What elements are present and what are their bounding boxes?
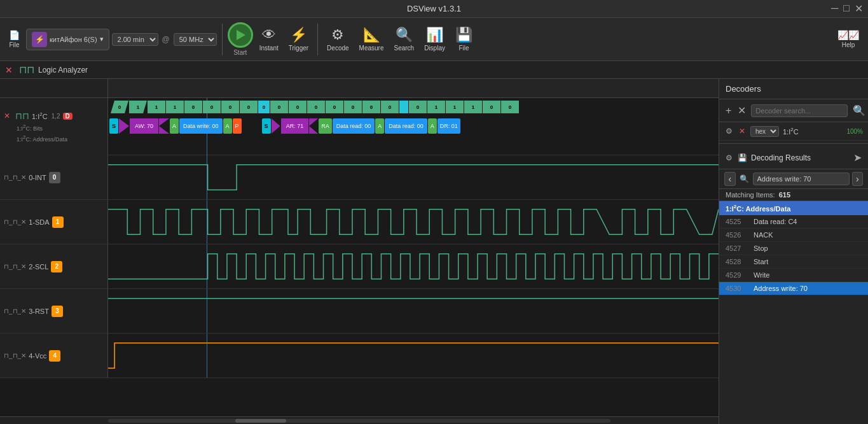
la-close-btn[interactable]: ✕ xyxy=(5,65,13,75)
sda-badge: 1 xyxy=(52,216,64,228)
decoder-settings-btn[interactable]: ⚙ xyxy=(724,125,734,137)
measure-icon: 📐 xyxy=(363,27,380,43)
results-search-input[interactable] xyxy=(753,173,850,185)
decoder-search-input[interactable] xyxy=(751,104,848,117)
file-menu[interactable]: 📄 File xyxy=(5,27,24,51)
start-section: Start xyxy=(228,22,253,56)
bit-block: 0 xyxy=(240,101,258,113)
nav-prev-btn[interactable]: ‹ xyxy=(724,172,736,186)
divider-1 xyxy=(222,24,223,55)
result-row-4530[interactable]: 4530 Address write: 70 xyxy=(719,282,868,295)
result-num-4528: 4528 xyxy=(726,258,748,265)
at-label: @ xyxy=(162,35,170,44)
result-row-4526[interactable]: 4526 NACK xyxy=(719,229,868,242)
main-area: +96100696.80µs +96100798.40µs +96100900.… xyxy=(0,79,868,424)
bit-block: 0 xyxy=(409,101,427,113)
int-channel-name: 0-INT xyxy=(29,174,46,181)
matching-items-row: Matching Items: 615 xyxy=(719,189,868,201)
measure-button[interactable]: 📐 Measure xyxy=(355,24,388,54)
results-search-icon-btn[interactable]: 🔍 xyxy=(738,173,750,185)
i2c-addr-sublabel: 1:I2C: Address/Data xyxy=(4,134,67,143)
decoders-title: Decoders xyxy=(726,84,761,94)
decoder-search-btn[interactable]: 🔍 xyxy=(851,103,867,118)
help-label: Help xyxy=(842,41,855,48)
decoder-entry: ⚙ ✕ hex dec bin 1:I2C 100% xyxy=(719,122,868,141)
sample-duration-select[interactable]: 2.00 min xyxy=(112,33,158,46)
window-controls[interactable]: ─ □ ✕ xyxy=(831,3,863,15)
packet-aw-right xyxy=(159,118,169,134)
minimize-btn[interactable]: ─ xyxy=(831,3,838,15)
rst-waveform-svg xyxy=(108,289,719,333)
packet-start2: S xyxy=(262,118,271,134)
packet-data1: Data write: 00 xyxy=(179,118,223,134)
horizontal-scrollbar[interactable] xyxy=(0,416,719,424)
la-label: Logic Analyzer xyxy=(38,66,88,74)
sample-controls: 2.00 min @ 50 MHz xyxy=(112,33,217,46)
remove-decoder-btn[interactable]: ✕ xyxy=(736,103,747,118)
scl-channel-name: 2-SCL xyxy=(29,263,48,271)
result-row-4529[interactable]: 4529 Write xyxy=(719,269,868,282)
packet-rack: RA xyxy=(319,118,332,134)
int-wave-indicator: ⊓_⊓_✕ xyxy=(4,174,26,181)
results-settings-btn[interactable]: ⚙ xyxy=(724,152,734,164)
signals-container[interactable]: ✕ ⊓⊓ 1:I2C 1,2 D 1:I2C: Bits 1:I2C: Addr… xyxy=(0,98,719,416)
help-button[interactable]: 📈📈 Help xyxy=(834,27,863,51)
i2c-bits-sublabel: 1:I2C: Bits xyxy=(4,124,43,132)
scrollbar-track[interactable] xyxy=(108,419,610,423)
result-row-4527[interactable]: 4527 Stop xyxy=(719,242,868,255)
decode-button[interactable]: ⚙ Decode xyxy=(323,24,352,54)
scl-signal-row: ⊓_⊓_✕ 2-SCL 2 xyxy=(0,244,719,289)
file-button[interactable]: 💾 File xyxy=(451,24,476,54)
results-send-btn[interactable]: ➤ xyxy=(852,150,863,165)
start-button[interactable] xyxy=(228,22,253,48)
scl-waveform-line xyxy=(108,254,719,279)
packet-ack3: A xyxy=(375,118,384,134)
i2c-close-btn[interactable]: ✕ xyxy=(4,111,10,120)
display-button[interactable]: 📊 Display xyxy=(420,24,449,54)
result-row-4528[interactable]: 4528 Start xyxy=(719,255,868,269)
result-row-4525[interactable]: 4525 Data read: C4 xyxy=(719,215,868,229)
decode-label: Decode xyxy=(327,45,348,52)
result-rows[interactable]: 4525 Data read: C4 4526 NACK 4527 Stop 4… xyxy=(719,215,868,424)
decoder-format-select[interactable]: hex dec bin xyxy=(750,126,779,137)
bit-block: 0 xyxy=(221,101,239,113)
maximize-btn[interactable]: □ xyxy=(843,3,850,15)
instant-button[interactable]: 👁 Instant xyxy=(256,24,282,54)
trigger-label: Trigger xyxy=(289,45,308,52)
panel-divider xyxy=(719,143,868,144)
sda-signal-row: ⊓_⊓_✕ 1-SDA 1 xyxy=(0,200,719,244)
decoder-add-toolbar: + ✕ 🔍 xyxy=(719,99,868,122)
packet-aw: AW: 70 xyxy=(130,118,158,134)
app-title: DSView v1.3.1 xyxy=(407,4,461,13)
file-icon: 📄 xyxy=(9,30,20,40)
bit-block: 0 xyxy=(258,101,270,113)
device-name: китАйфон 6(S) xyxy=(50,36,97,43)
display-icon: 📊 xyxy=(426,27,443,43)
search-button[interactable]: 🔍 Search xyxy=(390,24,418,54)
bit-block: 0 xyxy=(111,101,128,113)
bit-block: 0 xyxy=(289,101,307,113)
decoder-pct: 100% xyxy=(846,128,863,135)
decode-icon: ⚙ xyxy=(331,27,344,43)
scrollbar-thumb[interactable] xyxy=(235,419,286,423)
matching-label: Matching Items: xyxy=(726,191,775,199)
bit-block: 0 xyxy=(184,101,202,113)
bit-block: 1 xyxy=(129,101,147,113)
results-export-btn[interactable]: 💾 xyxy=(736,152,748,164)
i2c-bits-display: 0 1 1 1 0 0 0 0 0 0 0 0 0 xyxy=(108,101,719,115)
scl-badge: 2 xyxy=(51,261,62,272)
matching-count: 615 xyxy=(779,191,790,199)
rst-wave-indicator: ⊓_⊓_✕ xyxy=(4,307,26,314)
i2c-signal-row: ✕ ⊓⊓ 1:I2C 1,2 D 1:I2C: Bits 1:I2C: Addr… xyxy=(0,98,719,155)
close-btn[interactable]: ✕ xyxy=(855,3,863,15)
device-selector[interactable]: ⚡ китАйфон 6(S) ▾ xyxy=(26,29,109,50)
decoder-remove-btn[interactable]: ✕ xyxy=(738,125,747,137)
la-icon: ⊓⊓ xyxy=(19,64,34,76)
sample-rate-select[interactable]: 50 MHz xyxy=(174,33,217,46)
bit-block: 0 xyxy=(344,101,362,113)
nav-next-btn[interactable]: › xyxy=(852,172,864,186)
result-num-4529: 4529 xyxy=(726,271,748,279)
device-icon: ⚡ xyxy=(32,32,47,47)
trigger-button[interactable]: ⚡ Trigger xyxy=(285,24,312,54)
add-decoder-btn[interactable]: + xyxy=(724,104,733,118)
